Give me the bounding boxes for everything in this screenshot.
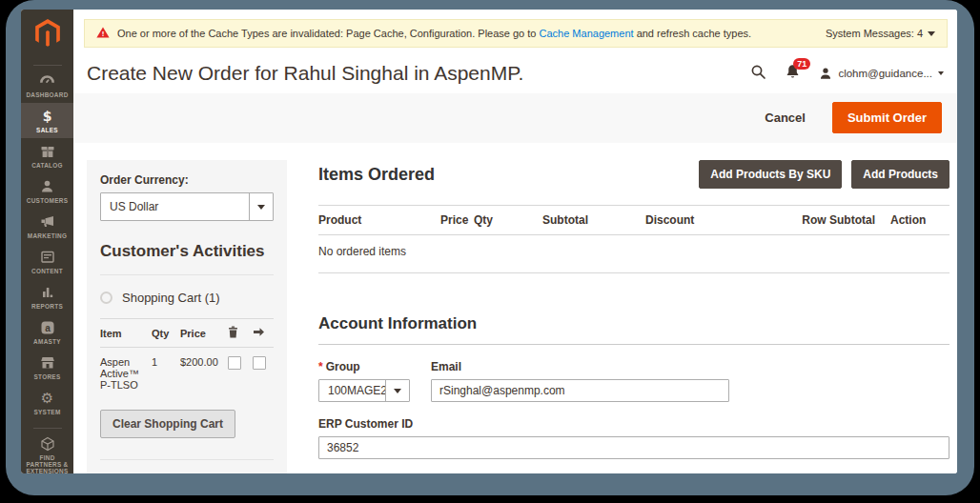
sidebar-item-reports[interactable]: REPORTS	[21, 279, 73, 314]
content-layout-icon	[22, 250, 72, 266]
order-form-panel: Items Ordered Add Products By SKU Add Pr…	[318, 160, 949, 473]
notifications-bell[interactable]: 71	[786, 64, 800, 84]
sidebar-item-marketing[interactable]: MARKETING	[21, 209, 73, 244]
main-column: ! One or more of the Cache Types are inv…	[73, 10, 957, 473]
submit-order-button[interactable]: Submit Order	[832, 102, 942, 133]
sidebar-divider-2	[33, 428, 62, 429]
page-header: Create New Order for Rahul Singhal in As…	[73, 48, 957, 93]
order-currency-select[interactable]: US Dollar	[100, 192, 274, 221]
sidebar-item-customers[interactable]: CUSTOMERS	[21, 173, 73, 209]
svg-text:a: a	[45, 323, 51, 333]
cart-item-qty: 1	[152, 356, 180, 368]
customers-person-icon	[22, 179, 72, 195]
account-information-heading: Account Information	[318, 314, 949, 345]
sidebar-item-amasty[interactable]: a AMASTY	[21, 314, 73, 350]
move-arrow-icon	[253, 327, 274, 339]
page-actions-bar: Cancel Submit Order	[73, 93, 957, 143]
items-ordered-heading: Items Ordered	[318, 165, 699, 185]
cart-item-row: Aspen Active™ P-TLSO 1 $200.00	[100, 348, 274, 396]
customer-activities-panel: Order Currency: US Dollar Customer's Act…	[87, 160, 287, 473]
chevron-down-icon	[938, 71, 944, 75]
partners-cube-icon	[22, 436, 72, 453]
items-ordered-table: Product Price Qty Subtotal Discount Row …	[318, 205, 949, 273]
user-avatar-icon	[819, 67, 832, 80]
search-icon[interactable]	[750, 64, 766, 84]
chevron-down-icon	[385, 380, 409, 401]
chevron-down-icon	[928, 31, 935, 36]
order-currency-label: Order Currency:	[100, 173, 274, 187]
content-area: Order Currency: US Dollar Customer's Act…	[73, 143, 957, 473]
group-label: *Group	[318, 360, 410, 373]
sidebar-item-system[interactable]: ⚙ SYSTEM	[21, 385, 73, 420]
system-messages-dropdown[interactable]: System Messages: 4	[826, 28, 935, 39]
catalog-box-icon	[22, 144, 72, 160]
system-gear-icon: ⚙	[22, 391, 72, 407]
add-products-button[interactable]: Add Products	[851, 160, 949, 189]
admin-sidebar: DASHBOARD $ SALES CATALOG CUSTOMERS MARK…	[21, 10, 73, 473]
move-item-checkbox[interactable]	[253, 356, 266, 370]
divider	[100, 274, 274, 275]
stores-storefront-icon	[22, 355, 72, 372]
shopping-cart-section-toggle[interactable]: Shopping Cart (1)	[100, 291, 274, 305]
cancel-button[interactable]: Cancel	[765, 111, 806, 125]
sidebar-item-find-partners[interactable]: FIND PARTNERS & EXTENSIONS	[21, 431, 73, 473]
erp-customer-id-label: ERP Customer ID	[318, 417, 949, 431]
svg-text:!: !	[102, 30, 105, 38]
cache-warning-text: One or more of the Cache Types are inval…	[117, 28, 826, 39]
items-empty-text: No ordered items	[318, 235, 949, 273]
desktop-background: DASHBOARD $ SALES CATALOG CUSTOMERS MARK…	[6, 0, 974, 495]
sidebar-item-content[interactable]: CONTENT	[21, 244, 73, 279]
remove-item-checkbox[interactable]	[228, 356, 241, 370]
activities-heading: Customer's Activities	[100, 242, 274, 261]
shopping-cart-table: Item Qty Price Aspen Active™ P-TLSO 1	[100, 318, 274, 396]
erp-customer-id-field[interactable]	[318, 436, 949, 459]
user-email: clohm@guidance...	[838, 68, 932, 79]
app-window: DASHBOARD $ SALES CATALOG CUSTOMERS MARK…	[21, 10, 957, 473]
magento-logo[interactable]	[34, 10, 61, 57]
cart-table-header: Item Qty Price	[100, 318, 274, 348]
notification-count-badge: 71	[793, 58, 810, 70]
reports-chart-icon	[22, 285, 72, 301]
sidebar-divider	[33, 65, 62, 66]
sales-dollar-icon: $	[22, 109, 72, 125]
sidebar-item-catalog[interactable]: CATALOG	[21, 138, 73, 173]
divider	[100, 459, 274, 460]
sidebar-item-dashboard[interactable]: DASHBOARD	[21, 68, 73, 103]
cart-item-name: Aspen Active™ P-TLSO	[100, 356, 152, 391]
items-table-header: Product Price Qty Subtotal Discount Row …	[318, 205, 949, 235]
remove-trash-icon	[228, 326, 253, 340]
sidebar-item-sales[interactable]: $ SALES	[21, 103, 73, 138]
email-field[interactable]	[431, 379, 729, 402]
section-ring-icon	[100, 292, 112, 304]
cart-item-price: $200.00	[180, 356, 228, 368]
sidebar-item-stores[interactable]: STORES	[21, 350, 73, 385]
email-label: Email	[431, 360, 729, 373]
group-select[interactable]: 100MAGE2	[318, 379, 410, 402]
dashboard-gauge-icon	[22, 73, 72, 90]
magento-logo-icon	[34, 19, 61, 48]
amasty-logo-icon: a	[22, 320, 72, 336]
cache-warning-bar: ! One or more of the Cache Types are inv…	[84, 19, 948, 48]
add-products-by-sku-button[interactable]: Add Products By SKU	[699, 160, 842, 189]
page-title: Create New Order for Rahul Singhal in As…	[87, 62, 750, 85]
chevron-down-icon	[249, 193, 273, 220]
warning-icon: !	[96, 27, 110, 40]
marketing-megaphone-icon	[22, 214, 72, 231]
clear-shopping-cart-button[interactable]: Clear Shopping Cart	[100, 410, 235, 438]
cache-management-link[interactable]: Cache Management	[540, 28, 634, 39]
user-account-menu[interactable]: clohm@guidance...	[819, 67, 944, 80]
